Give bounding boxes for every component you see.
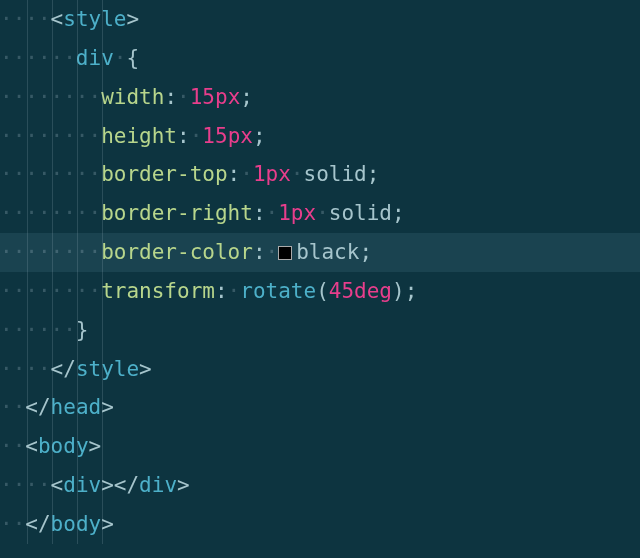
- tag-div-close: div: [139, 473, 177, 497]
- css-val: black: [296, 240, 359, 264]
- whitespace: ········: [0, 279, 101, 303]
- code-line: ··<body>: [0, 427, 640, 466]
- color-swatch-icon: [278, 246, 292, 260]
- tag-body-open: body: [38, 434, 89, 458]
- css-prop: width: [101, 85, 164, 109]
- css-prop: border-right: [101, 201, 253, 225]
- whitespace: ········: [0, 201, 101, 225]
- css-val: solid: [329, 201, 392, 225]
- tag-style: style: [63, 7, 126, 31]
- brace-open: {: [126, 46, 139, 70]
- tag-head-close: head: [51, 395, 102, 419]
- whitespace: ········: [0, 85, 101, 109]
- whitespace: ······: [0, 46, 76, 70]
- code-line: ········transform:·rotate(45deg);: [0, 272, 640, 311]
- css-num: 1: [278, 201, 291, 225]
- css-val: solid: [304, 162, 367, 186]
- whitespace: ········: [0, 162, 101, 186]
- css-unit: px: [228, 124, 253, 148]
- css-unit: deg: [354, 279, 392, 303]
- css-unit: px: [215, 85, 240, 109]
- css-func: rotate: [240, 279, 316, 303]
- css-num: 15: [202, 124, 227, 148]
- code-line: ··</head>: [0, 388, 640, 427]
- tag-body-close: body: [51, 512, 102, 536]
- code-line: ········border-top:·1px·solid;: [0, 155, 640, 194]
- css-num: 15: [190, 85, 215, 109]
- tag-div: div: [63, 473, 101, 497]
- whitespace: ····: [0, 473, 51, 497]
- whitespace: ······: [0, 318, 76, 342]
- css-prop: transform: [101, 279, 215, 303]
- whitespace: ········: [0, 124, 101, 148]
- whitespace: ····: [0, 7, 51, 31]
- brace-close: }: [76, 318, 89, 342]
- css-prop: border-color: [101, 240, 253, 264]
- selector: div: [76, 46, 114, 70]
- code-line: ······}: [0, 311, 640, 350]
- whitespace: ··: [0, 512, 25, 536]
- code-line: ········height:·15px;: [0, 117, 640, 156]
- code-editor[interactable]: ····<style> ······div·{ ········width:·1…: [0, 0, 640, 544]
- whitespace: ··: [0, 434, 25, 458]
- code-line: ····<style>: [0, 0, 640, 39]
- css-num: 45: [329, 279, 354, 303]
- code-line: ····<div></div>: [0, 466, 640, 505]
- code-line: ········border-right:·1px·solid;: [0, 194, 640, 233]
- css-prop: border-top: [101, 162, 227, 186]
- code-line-active: ········border-color:·black;: [0, 233, 640, 272]
- tag-style-close: style: [76, 357, 139, 381]
- css-unit: px: [291, 201, 316, 225]
- css-prop: height: [101, 124, 177, 148]
- whitespace: ····: [0, 357, 51, 381]
- whitespace: ········: [0, 240, 101, 264]
- whitespace: ··: [0, 395, 25, 419]
- code-line: ··</body>: [0, 505, 640, 544]
- css-unit: px: [266, 162, 291, 186]
- code-line: ····</style>: [0, 350, 640, 389]
- code-line: ········width:·15px;: [0, 78, 640, 117]
- code-line: ······div·{: [0, 39, 640, 78]
- css-num: 1: [253, 162, 266, 186]
